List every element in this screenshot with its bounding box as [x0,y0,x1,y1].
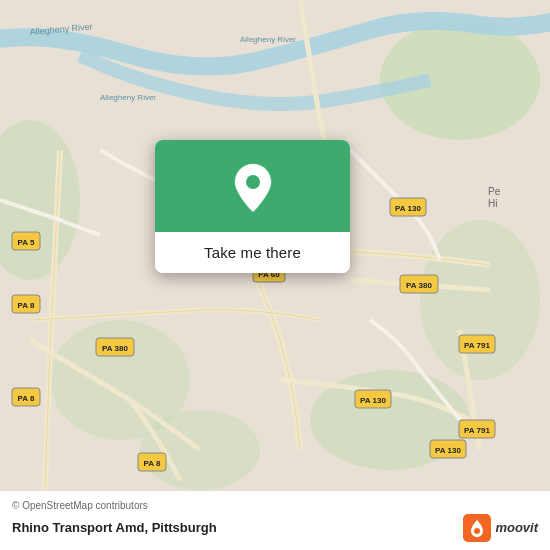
take-me-there-button[interactable]: Take me there [155,232,350,273]
svg-text:Allegheny River: Allegheny River [100,93,156,102]
svg-point-38 [474,528,480,534]
svg-text:PA 5: PA 5 [18,238,35,247]
svg-point-36 [246,175,260,189]
moovit-icon [463,514,491,542]
svg-text:PA 380: PA 380 [406,281,432,290]
footer: © OpenStreetMap contributors Rhino Trans… [0,490,550,550]
svg-text:PA 130: PA 130 [395,204,421,213]
svg-text:PA 791: PA 791 [464,341,490,350]
svg-text:Hi: Hi [488,198,497,209]
svg-text:Allegheny River: Allegheny River [240,35,296,44]
location-pin-icon [231,162,275,214]
map-container: Allegheny River Allegheny River Alleghen… [0,0,550,490]
location-card: Take me there [155,140,350,273]
moovit-text: moovit [495,520,538,535]
card-header [155,140,350,232]
svg-text:PA 791: PA 791 [464,426,490,435]
footer-title-row: Rhino Transport Amd, Pittsburgh moovit [12,514,538,542]
place-name: Rhino Transport Amd, Pittsburgh [12,520,217,535]
svg-text:PA 380: PA 380 [102,344,128,353]
svg-text:Pe: Pe [488,186,501,197]
svg-text:PA 8: PA 8 [18,394,35,403]
svg-text:PA 8: PA 8 [144,459,161,468]
svg-text:PA 130: PA 130 [435,446,461,455]
svg-text:PA 130: PA 130 [360,396,386,405]
svg-text:PA 8: PA 8 [18,301,35,310]
copyright-text: © OpenStreetMap contributors [12,500,538,511]
svg-point-4 [420,220,540,380]
moovit-logo: moovit [463,514,538,542]
